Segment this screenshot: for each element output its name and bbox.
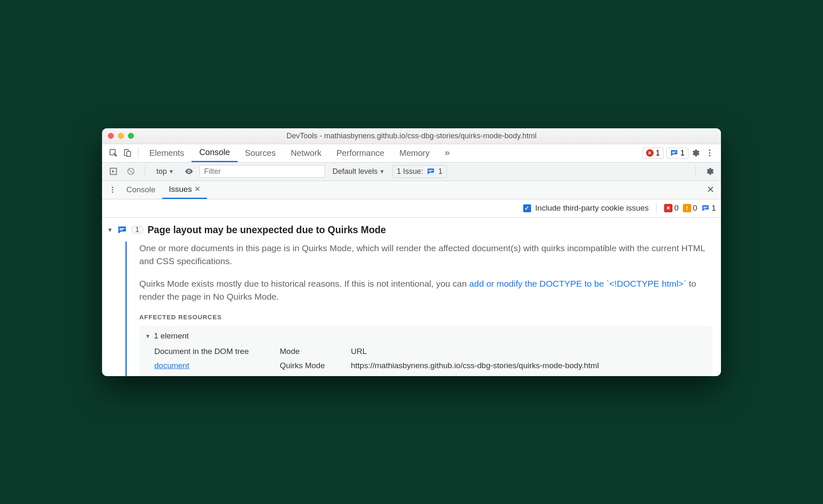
tab-sources[interactable]: Sources: [238, 144, 283, 162]
console-toolbar: top ▼ Default levels ▼ 1 Issue: 1: [102, 163, 721, 181]
info-filter-count: 1: [711, 204, 716, 213]
issue-paragraph: Quirks Mode exists mostly due to histori…: [139, 277, 713, 303]
tab-memory[interactable]: Memory: [392, 144, 437, 162]
separator: [656, 203, 657, 213]
levels-label: Default levels: [332, 167, 378, 176]
expand-affected-icon[interactable]: ▼: [145, 332, 151, 341]
chevron-down-icon: ▼: [379, 168, 385, 175]
execute-icon[interactable]: [106, 164, 120, 178]
main-tab-strip: Elements Console Sources Network Perform…: [102, 144, 721, 163]
mode-cell: Quirks Mode: [280, 360, 342, 372]
tab-console[interactable]: Console: [192, 144, 237, 162]
svg-rect-12: [429, 171, 432, 172]
affected-summary: 1 element: [154, 330, 189, 342]
issues-pill-label: 1 Issue:: [397, 167, 423, 176]
svg-rect-18: [120, 228, 125, 229]
error-filter-count: 0: [674, 204, 679, 213]
context-label: top: [156, 167, 167, 176]
svg-point-14: [112, 189, 113, 190]
svg-point-13: [112, 187, 113, 188]
issues-pill-count: 1: [438, 167, 442, 176]
clear-console-icon[interactable]: [124, 164, 138, 178]
log-levels-selector[interactable]: Default levels ▼: [328, 165, 389, 178]
doctype-help-link[interactable]: add or modify the DOCTYPE to be `<!DOCTY…: [469, 279, 686, 288]
warn-filter[interactable]: 0: [683, 204, 698, 213]
live-expression-icon[interactable]: [182, 164, 196, 178]
error-square-icon: [664, 204, 672, 212]
info-filter[interactable]: 1: [701, 204, 716, 213]
svg-point-15: [112, 191, 113, 193]
svg-rect-19: [120, 229, 123, 230]
window-titlebar: DevTools - mathiasbynens.github.io/css-d…: [102, 128, 721, 144]
issue-title: Page layout may be unexpected due to Qui…: [148, 224, 386, 236]
third-party-checkbox[interactable]: ✓: [523, 204, 531, 212]
filter-input[interactable]: [199, 165, 325, 178]
message-icon: [117, 225, 127, 235]
drawer-tab-label: Console: [126, 185, 156, 194]
settings-icon[interactable]: [688, 146, 703, 160]
drawer-tab-strip: Console Issues ✕ ✕: [102, 181, 721, 199]
window-title: DevTools - mathiasbynens.github.io/css-d…: [102, 132, 721, 140]
console-settings-icon[interactable]: [703, 164, 717, 178]
warn-square-icon: [683, 204, 691, 212]
affected-summary-row[interactable]: ▼ 1 element: [145, 330, 707, 342]
svg-point-6: [709, 152, 711, 154]
close-tab-icon[interactable]: ✕: [194, 185, 200, 193]
svg-point-7: [709, 155, 711, 157]
affected-resources-box: ▼ 1 element Document in the DOM tree Mod…: [139, 326, 713, 376]
drawer-tab-issues[interactable]: Issues ✕: [162, 181, 207, 199]
svg-rect-3: [672, 152, 676, 153]
message-icon: [701, 204, 710, 212]
expand-issue-icon[interactable]: ▼: [107, 227, 113, 233]
third-party-label: Include third-party cookie issues: [535, 204, 649, 213]
tab-elements[interactable]: Elements: [142, 144, 192, 162]
issue-header[interactable]: ▼ 1 Page layout may be unexpected due to…: [107, 224, 713, 236]
warn-filter-count: 0: [693, 204, 698, 213]
svg-point-10: [188, 171, 190, 172]
svg-rect-11: [429, 170, 433, 171]
error-icon: [646, 149, 654, 157]
col-header-mode: Mode: [280, 346, 342, 358]
separator: [145, 166, 145, 176]
inspect-icon[interactable]: [106, 146, 120, 160]
svg-rect-17: [703, 208, 706, 209]
more-icon[interactable]: [703, 146, 717, 160]
svg-point-5: [709, 150, 711, 151]
svg-rect-2: [127, 151, 130, 156]
url-cell: https://mathiasbynens.github.io/css-dbg-…: [351, 360, 707, 372]
error-badge[interactable]: 1: [642, 148, 664, 159]
issues-pill[interactable]: 1 Issue: 1: [392, 165, 447, 178]
affected-table: Document in the DOM tree Mode URL docume…: [145, 346, 707, 372]
separator: [138, 148, 138, 158]
tab-network[interactable]: Network: [283, 144, 329, 162]
tabs-overflow-icon[interactable]: »: [437, 144, 457, 162]
message-icon: [670, 149, 678, 157]
issue-text: Quirks Mode exists mostly due to histori…: [139, 279, 469, 288]
drawer-more-icon[interactable]: [105, 183, 120, 197]
affected-resources-heading: AFFECTED RESOURCES: [139, 313, 713, 322]
close-drawer-icon[interactable]: ✕: [703, 183, 718, 197]
issue-count-pill: 1: [131, 226, 143, 234]
issue-description: One or more documents in this page is in…: [125, 242, 713, 376]
chevron-down-icon: ▼: [169, 168, 174, 175]
separator: [695, 166, 696, 176]
context-selector[interactable]: top ▼: [152, 165, 179, 178]
issue-paragraph: One or more documents in this page is in…: [139, 242, 713, 268]
error-filter[interactable]: 0: [664, 204, 679, 213]
drawer-tab-console[interactable]: Console: [120, 181, 162, 199]
issues-filter-bar: ✓ Include third-party cookie issues 0 0 …: [102, 199, 721, 218]
svg-rect-16: [703, 207, 708, 208]
issues-count: 1: [680, 149, 685, 158]
svg-rect-4: [672, 153, 675, 153]
tab-performance[interactable]: Performance: [329, 144, 392, 162]
col-header-url: URL: [351, 346, 707, 358]
col-header-document: Document in the DOM tree: [154, 346, 271, 358]
error-count: 1: [656, 149, 660, 158]
issue-item: ▼ 1 Page layout may be unexpected due to…: [102, 218, 721, 376]
document-link[interactable]: document: [154, 360, 271, 372]
device-toolbar-icon[interactable]: [120, 146, 135, 160]
devtools-window: DevTools - mathiasbynens.github.io/css-d…: [102, 128, 721, 376]
drawer-tab-label: Issues: [169, 185, 192, 194]
issues-badge[interactable]: 1: [666, 148, 688, 159]
message-icon: [427, 167, 435, 176]
